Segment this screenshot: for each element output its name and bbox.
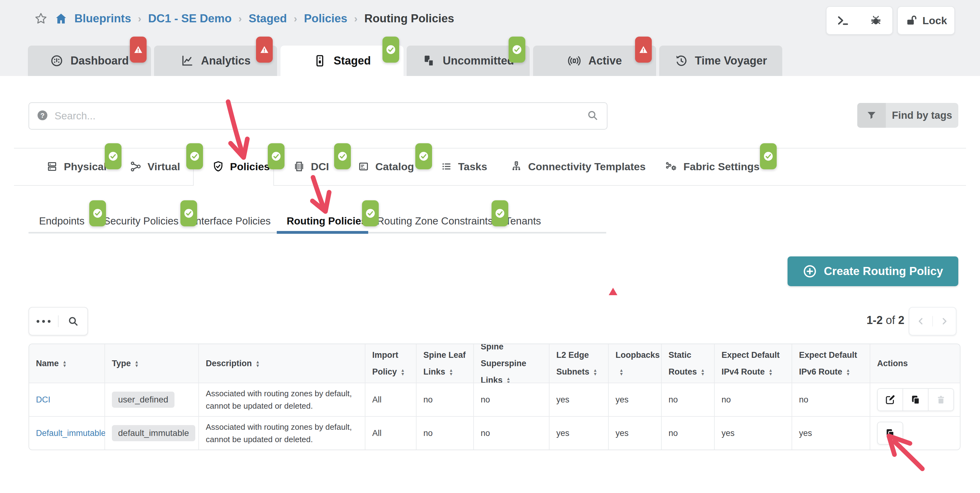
catalog-icon: [357, 160, 370, 173]
debug-button[interactable]: [859, 14, 892, 27]
section-tab-policies[interactable]: Policies: [212, 158, 270, 176]
warning-badge: [130, 37, 146, 63]
staged-icon: [313, 54, 327, 68]
svg-text:?: ?: [40, 112, 45, 120]
of-label: of: [886, 314, 895, 327]
tab-label: DCI: [311, 161, 329, 173]
section-tab-catalog[interactable]: Catalog: [357, 158, 414, 176]
time-voyager-icon: [675, 54, 688, 68]
section-tab-tasks[interactable]: Tasks: [440, 158, 487, 176]
tab-label: Endpoints: [39, 215, 84, 227]
table-row-cell: no: [792, 383, 870, 416]
breadcrumb-separator: ›: [238, 13, 242, 24]
column-header-name[interactable]: Name: [29, 344, 105, 383]
column-header-loopbacks[interactable]: Loopbacks: [609, 344, 662, 383]
column-header-l2-edge-subnets[interactable]: L2 Edge Subnets: [549, 344, 609, 383]
routing-policy-link[interactable]: DCI: [36, 395, 51, 405]
table-row-cell: yes: [609, 383, 662, 416]
table-row-cell: All: [366, 416, 417, 450]
breadcrumb-item[interactable]: DC1 - SE Demo: [148, 12, 232, 25]
pager: [909, 307, 956, 335]
column-header-import-policy[interactable]: Import Policy: [366, 344, 417, 383]
sort-icon: [593, 369, 598, 376]
tab-staged[interactable]: Staged: [280, 46, 404, 76]
column-header-spine-superspine-links[interactable]: Spine Superspine Links: [474, 344, 549, 383]
clone-button[interactable]: [903, 388, 929, 411]
ok-badge: [415, 143, 432, 169]
column-header-actions: Actions: [870, 344, 960, 383]
tab-uncommitted[interactable]: Uncommitted: [407, 46, 530, 76]
sub-tab-security-policies[interactable]: Security Policies: [103, 213, 178, 229]
more-options-button[interactable]: [29, 320, 58, 323]
sub-tab-routing-zone-constraints[interactable]: Routing Zone Constraints: [377, 213, 493, 229]
star-icon[interactable]: [34, 12, 48, 26]
column-header-type[interactable]: Type: [105, 344, 199, 383]
column-header-description[interactable]: Description: [199, 344, 366, 383]
help-icon: ?: [37, 110, 48, 123]
fabric-settings-icon: [665, 160, 678, 173]
uncommitted-icon: [422, 54, 436, 68]
type-badge: default_immutable: [112, 425, 195, 441]
table-row-cell: yes: [792, 416, 870, 450]
routing-policies-table: Name Type Description Import Policy Spin…: [29, 343, 961, 450]
sort-icon: [256, 360, 260, 368]
search-icon[interactable]: [586, 109, 599, 123]
ok-badge: [334, 143, 351, 169]
home-icon[interactable]: [54, 12, 68, 25]
lock-button[interactable]: Lock: [897, 6, 955, 35]
find-by-tags-button[interactable]: Find by tags: [857, 103, 958, 128]
tab-dashboard[interactable]: Dashboard: [28, 46, 151, 76]
terminal-button[interactable]: [827, 14, 859, 27]
breadcrumb-item[interactable]: Policies: [304, 12, 347, 25]
chevron-right-icon: [939, 316, 950, 327]
breadcrumb-item[interactable]: Staged: [248, 12, 287, 25]
column-header-expect-default-ipv4[interactable]: Expect Default IPv4 Route: [715, 344, 792, 383]
section-tab-virtual[interactable]: Virtual: [130, 158, 180, 176]
create-routing-policy-button[interactable]: Create Routing Policy: [788, 257, 958, 286]
tab-label: Interface Policies: [193, 215, 270, 227]
tab-time-voyager[interactable]: Time Voyager: [659, 46, 782, 76]
sub-tab-tenants[interactable]: Tenants: [505, 213, 541, 229]
table-row-cell: no: [715, 383, 792, 416]
tab-label: Uncommitted: [442, 54, 514, 67]
virtual-icon: [130, 160, 142, 173]
table-row-cell: Associated with routing zones by default…: [199, 416, 366, 450]
column-header-static-routes[interactable]: Static Routes: [662, 344, 715, 383]
table-row-cell: Default_immutable: [29, 416, 105, 450]
sort-icon: [846, 369, 850, 376]
tab-label: Analytics: [201, 54, 250, 67]
routing-policy-link[interactable]: Default_immutable: [36, 429, 106, 438]
devtools-button-group: [826, 6, 893, 35]
prev-page-button[interactable]: [909, 316, 932, 327]
section-tab-physical[interactable]: Physical: [46, 158, 107, 176]
breadcrumb-separator: ›: [354, 13, 358, 24]
delete-button-disabled: [929, 388, 954, 411]
table-row-cell: yes: [549, 383, 609, 416]
tab-label: Connectivity Templates: [528, 161, 646, 173]
total-text: 2: [898, 314, 904, 327]
section-tab-fabric-settings[interactable]: Fabric Settings: [665, 158, 760, 176]
sort-icon: [135, 360, 139, 368]
sub-tab-routing-policies[interactable]: Routing Policies: [287, 213, 367, 229]
sub-tab-interface-policies[interactable]: Interface Policies: [193, 213, 270, 229]
table-row-cell: no: [417, 383, 474, 416]
tab-label: Security Policies: [103, 215, 178, 227]
section-tab-dci[interactable]: DCI: [293, 158, 329, 176]
dci-icon: [293, 160, 305, 173]
column-header-expect-default-ipv6[interactable]: Expect Default IPv6 Route: [792, 344, 870, 383]
breadcrumb-item[interactable]: Blueprints: [75, 12, 131, 25]
copy-icon: [910, 394, 921, 405]
sub-tab-endpoints[interactable]: Endpoints: [39, 213, 84, 229]
clone-button[interactable]: [877, 422, 903, 445]
tab-active[interactable]: Active: [533, 46, 656, 76]
active-icon: [567, 54, 581, 68]
column-header-spine-leaf-links[interactable]: Spine Leaf Links: [417, 344, 474, 383]
next-page-button[interactable]: [932, 316, 956, 327]
tab-analytics[interactable]: Analytics: [154, 46, 277, 76]
sort-icon: [401, 369, 405, 376]
section-tab-connectivity-templates[interactable]: Connectivity Templates: [510, 158, 646, 176]
edit-button[interactable]: [877, 388, 903, 411]
table-search-button[interactable]: [58, 315, 88, 327]
dashboard-icon: [50, 54, 64, 68]
search-input[interactable]: [54, 110, 586, 122]
